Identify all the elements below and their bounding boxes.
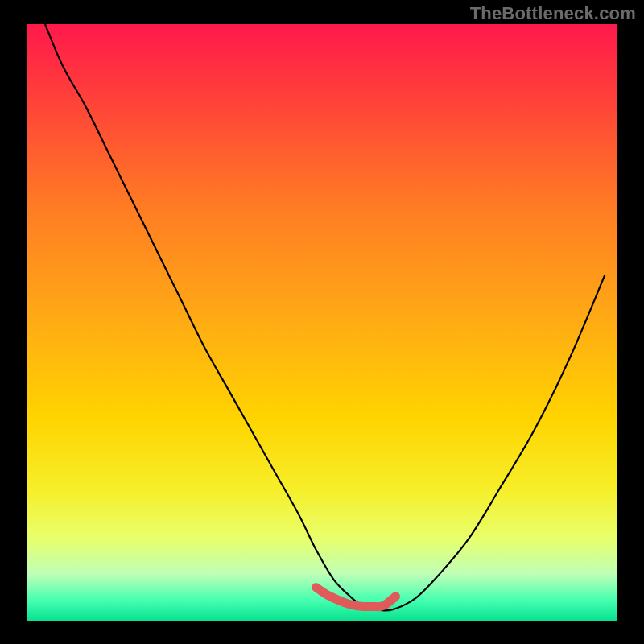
watermark-text: TheBottleneck.com [470,3,636,24]
plot-background [27,24,617,621]
bottleneck-chart [0,0,644,644]
chart-frame: TheBottleneck.com [0,0,644,644]
